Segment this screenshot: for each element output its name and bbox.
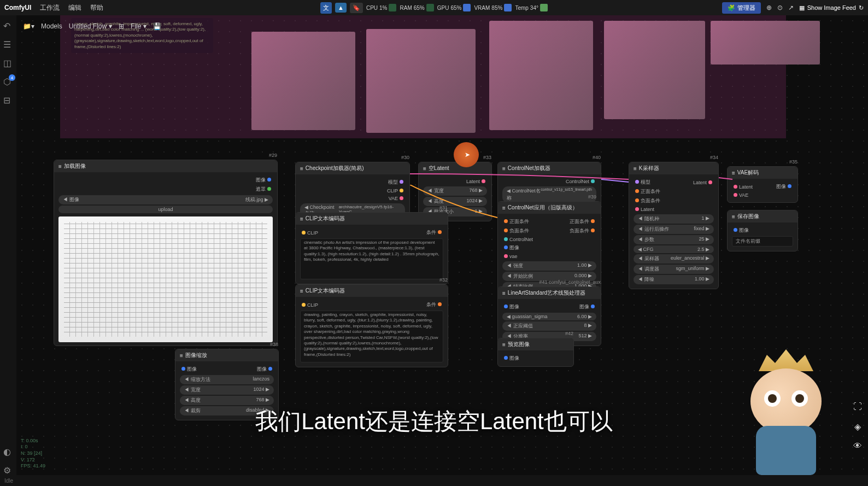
manager-button[interactable]: 🧩 管理器 bbox=[722, 2, 761, 14]
app-name: ComfyUI bbox=[4, 4, 31, 11]
strength-widget[interactable]: ◀ 强度1.00 ▶ bbox=[502, 261, 596, 271]
undo-icon[interactable]: ↶ bbox=[3, 21, 13, 31]
node-header[interactable]: ≡ 图像缩放 bbox=[175, 349, 278, 361]
node-header[interactable]: ≡ 空Latent bbox=[419, 162, 491, 174]
topbar-center: 文 ▲ 🔖 CPU1% RAM65% GPU65% VRAM85% Temp34… bbox=[320, 2, 548, 14]
topbar-right: 🧩 管理器 ⊕ ⊙ ↗ ▦ Show Image Feed ↻ bbox=[722, 2, 864, 14]
image-preview bbox=[58, 216, 273, 342]
image-preview-1 bbox=[251, 32, 355, 130]
topbar-menu: ComfyUI 工作流 编辑 帮助 bbox=[4, 3, 103, 13]
tree-icon[interactable]: ⊟ bbox=[3, 95, 13, 105]
node-header[interactable]: ≡ ControlNet加载器 bbox=[498, 162, 601, 174]
method-widget[interactable]: ◀ 缩放方法lanczos bbox=[180, 375, 274, 384]
upload-button[interactable]: upload bbox=[58, 206, 273, 213]
flow-title[interactable]: Untitled Flow ▾ bbox=[69, 22, 112, 30]
mascot-avatar bbox=[737, 344, 835, 475]
node-tag: #32 bbox=[439, 277, 448, 283]
width-widget[interactable]: ◀ 宽度1024 ▶ bbox=[180, 385, 274, 395]
temp-monitor: Temp34° bbox=[515, 4, 548, 11]
share-icon[interactable]: ↗ bbox=[788, 4, 794, 11]
expand-icon[interactable]: ⛶ bbox=[851, 400, 865, 414]
image-feed-button[interactable]: ▦ Show Image Feed ↻ bbox=[799, 4, 864, 11]
node-clip-encode-neg[interactable]: #32 ≡ CLIP文本编码器 CLIP条件 drawing, painting… bbox=[295, 284, 448, 367]
bookmark-button[interactable]: 🔖 bbox=[350, 3, 363, 13]
node-tag: #33 bbox=[483, 155, 491, 160]
file-menu[interactable]: File ▾ bbox=[131, 22, 146, 30]
node-load-image[interactable]: #29 ≡ 加载图像 图像 遮罩 ◀ 图像线稿.jpg ▶ upload bbox=[54, 160, 278, 346]
denoise-widget[interactable]: ◀ 降噪1.00 ▶ bbox=[634, 275, 714, 284]
reset-view-icon[interactable]: ⊕ bbox=[766, 4, 772, 11]
node-clip-encode-pos[interactable]: #31 ≡ CLIP文本编码器 CLIP条件 cinematic photo A… bbox=[295, 212, 448, 284]
sigma-widget[interactable]: ◀ guassian_sigma6.00 ▶ bbox=[502, 313, 596, 320]
image-select[interactable]: ◀ 图像线稿.jpg ▶ bbox=[58, 195, 273, 204]
cpu-monitor: CPU1% bbox=[366, 4, 397, 11]
folder-button[interactable]: 📁▾ bbox=[23, 22, 34, 30]
image-preview-2 bbox=[366, 29, 476, 133]
node-header[interactable]: ≡ LineArtStandard艺术线预处理器 bbox=[498, 287, 601, 299]
subbar: 📁▾ Models Untitled Flow ▾ ⊞ File ▾ 💾 bbox=[16, 15, 168, 37]
node-header[interactable]: ≡ 预览图像 bbox=[498, 338, 573, 350]
steps-widget[interactable]: ◀ 步数25 ▶ bbox=[634, 235, 714, 244]
prompt-text[interactable]: drawing, painting, crayon, sketch, graph… bbox=[300, 311, 443, 362]
node-header[interactable]: ≡ VAE解码 bbox=[728, 167, 797, 179]
seed-widget[interactable]: ◀ 随机种1 ▶ bbox=[634, 214, 714, 224]
cube-icon[interactable]: ◫ bbox=[3, 58, 13, 68]
sampler-widget[interactable]: ◀ 采样器euler_ancestral ▶ bbox=[634, 254, 714, 264]
node-lineart-preprocessor[interactable]: #41 comfyui_controlnet_aux ≡ LineArtStan… bbox=[497, 286, 601, 346]
fit-view-icon[interactable]: ⊙ bbox=[777, 4, 783, 11]
prefix-field[interactable]: 文件名前缀 bbox=[732, 236, 793, 247]
visibility-icon[interactable]: 👁 bbox=[851, 439, 865, 453]
node-tag: #31 bbox=[439, 205, 448, 210]
node-vae-decode[interactable]: #35 ≡ VAE解码 Latent图像 VAE bbox=[727, 166, 798, 203]
node-tag: #40 bbox=[593, 155, 601, 160]
models-button[interactable]: Models bbox=[41, 22, 62, 30]
menu-edit[interactable]: 编辑 bbox=[68, 3, 81, 13]
node-icon[interactable]: ⬡4 bbox=[3, 77, 13, 86]
node-tag: #38 bbox=[270, 342, 278, 347]
list-icon[interactable]: ☰ bbox=[3, 39, 13, 49]
node-tag: #35 bbox=[789, 159, 797, 165]
cn-name-widget[interactable]: ◀ ControlNet名称control_v11p_sd15_lineart.… bbox=[502, 186, 596, 203]
node-header[interactable]: ≡ CLIP文本编码器 bbox=[296, 285, 448, 297]
cfg-widget[interactable]: ◀ CFG2.5 ▶ bbox=[634, 245, 714, 253]
node-tag: #34 bbox=[710, 155, 718, 160]
node-tag: #39 bbox=[588, 194, 596, 200]
ram-monitor: RAM65% bbox=[400, 4, 434, 11]
node-tag: #29 bbox=[269, 153, 277, 158]
vram-monitor: VRAM85% bbox=[474, 4, 512, 11]
ctrl-widget[interactable]: ◀ 运行后操作fixed ▶ bbox=[634, 225, 714, 234]
statusbar: Idle bbox=[0, 475, 868, 486]
node-ksampler[interactable]: #34 ≡ K采样器 模型Latent 正面条件 负面条件 Latent ◀ 随… bbox=[629, 162, 719, 289]
node-header[interactable]: ≡ K采样器 bbox=[629, 162, 718, 174]
height-widget[interactable]: ◀ 高度1024 ▶ bbox=[423, 197, 487, 206]
save-icon[interactable]: 💾 bbox=[153, 22, 161, 30]
image-preview-4 bbox=[604, 21, 705, 119]
menu-workflow[interactable]: 工作流 bbox=[40, 3, 60, 13]
height-widget[interactable]: ◀ 高度768 ▶ bbox=[180, 396, 274, 405]
theme-icon[interactable]: ◐ bbox=[3, 447, 13, 456]
grid-icon[interactable]: ⊞ bbox=[119, 22, 124, 30]
node-header[interactable]: ≡ 保存图像 bbox=[728, 210, 797, 222]
sched-widget[interactable]: ◀ 调度器sgm_uniform ▶ bbox=[634, 265, 714, 274]
translate-button[interactable]: 文 bbox=[320, 2, 332, 14]
node-header[interactable]: ≡ 加载图像 bbox=[54, 160, 277, 172]
menu-help[interactable]: 帮助 bbox=[90, 3, 103, 13]
locate-icon[interactable]: ◈ bbox=[851, 419, 865, 434]
gpu-monitor: GPU65% bbox=[437, 4, 471, 11]
node-preview-image[interactable]: #42 ≡ 预览图像 图像 bbox=[497, 338, 574, 367]
node-header[interactable]: ≡ Checkpoint加载器(简易) bbox=[296, 162, 409, 174]
node-header[interactable]: ≡ CLIP文本编码器 bbox=[296, 213, 448, 225]
prompt-text[interactable]: cinematic photo An artist's impression o… bbox=[300, 238, 443, 279]
cursor-icon: ➤ bbox=[465, 151, 470, 159]
settings-icon[interactable]: ⚙ bbox=[3, 465, 13, 475]
thresh-widget[interactable]: ◀ 正应阈值8 ▶ bbox=[502, 321, 596, 331]
node-save-image[interactable]: ≡ 保存图像 图像 文件名前缀 bbox=[727, 210, 798, 251]
canvas-controls: ⛶ ◈ 👁 bbox=[851, 400, 865, 453]
status-text: Idle bbox=[4, 478, 13, 484]
subtitle-text: 我们Latent还是连接空Latent也可以 bbox=[255, 406, 613, 437]
width-widget[interactable]: ◀ 宽度768 ▶ bbox=[423, 186, 487, 196]
node-tag: #41 comfyui_controlnet_aux bbox=[539, 279, 601, 285]
node-tag: #42 bbox=[565, 331, 573, 336]
tool-button[interactable]: ▲ bbox=[335, 3, 347, 13]
node-header[interactable]: ≡ ControlNet应用（旧版高级） bbox=[498, 202, 601, 214]
